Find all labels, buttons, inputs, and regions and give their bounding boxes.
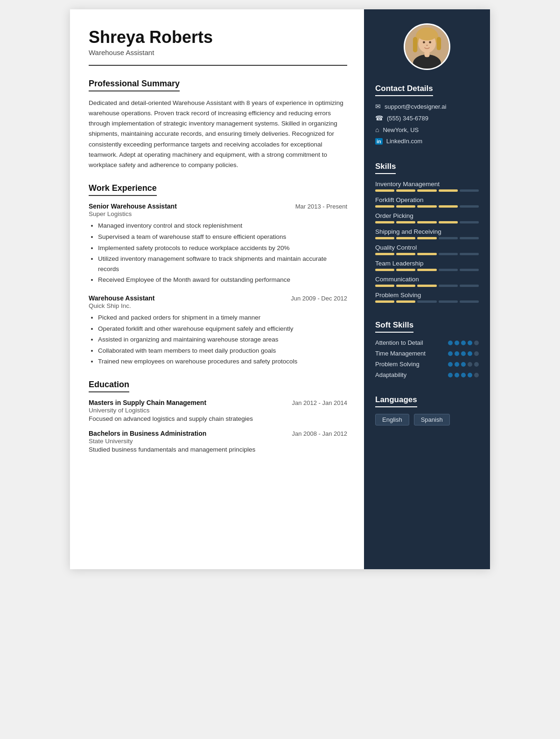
contact-linkedin: in LinkedIn.com [375,138,479,145]
skill-seg [375,189,394,192]
skill-name-8: Problem Solving [375,292,479,299]
skill-bar-2 [375,205,479,208]
edu-date-1: Jan 2012 - Jan 2014 [292,399,347,406]
bullet: Collaborated with team members to meet d… [98,346,347,356]
skill-seg [375,221,394,223]
left-column: Shreya Roberts Warehouse Assistant Profe… [70,9,364,569]
dot [455,341,459,345]
dot [468,362,472,367]
skill-seg [439,285,458,287]
skill-item-5: Quality Control [375,244,479,255]
skill-seg [439,253,458,255]
skill-bar-4 [375,237,479,239]
education-heading: Education [89,380,129,392]
bullet: Operated forklift and other warehouse eq… [98,324,347,334]
skill-bar-8 [375,300,479,303]
bullet: Assisted in organizing and maintaining w… [98,335,347,345]
soft-skill-2: Time Management [375,350,479,357]
skill-seg [460,237,479,239]
soft-skill-3: Problem Solving [375,361,479,368]
skill-seg [417,237,436,239]
skill-seg [460,221,479,223]
skill-name-7: Communication [375,276,479,283]
right-column: Contact Details ✉ support@cvdesigner.ai … [364,9,490,569]
soft-skill-4: Adaptability [375,371,479,378]
edu-item-2: Bachelors in Business Administration Jan… [89,430,347,453]
svg-point-6 [423,41,425,43]
soft-skills-section: Soft Skills Attention to Detail Time Man… [364,316,490,390]
language-tags: English Spanish [375,414,479,425]
full-name: Shreya Roberts [89,28,347,47]
skill-seg [396,253,415,255]
email-icon: ✉ [375,103,381,110]
skill-item-1: Inventory Management [375,181,479,192]
skills-heading: Skills [375,162,396,174]
soft-skill-name-3: Problem Solving [375,361,448,368]
languages-heading: Languages [375,395,417,407]
skill-item-8: Problem Solving [375,292,479,303]
dot [461,373,466,377]
skill-name-1: Inventory Management [375,181,479,188]
skill-bar-7 [375,285,479,287]
edu-school-2: State University [89,438,347,445]
work-experience-section: Work Experience Senior Warehouse Assista… [89,183,347,367]
skill-seg [439,189,458,192]
job-company-2: Quick Ship Inc. [89,302,347,309]
bullet: Supervised a team of warehouse staff to … [98,232,347,242]
skill-seg [375,205,394,208]
skill-seg [396,285,415,287]
bullet: Received Employee of the Month award for… [98,275,347,285]
skill-seg [460,253,479,255]
phone-text: (555) 345-6789 [387,115,428,122]
edu-school-1: University of Logistics [89,407,347,414]
avatar-svg [405,23,449,70]
work-heading: Work Experience [89,183,157,196]
job-bullets-1: Managed inventory control and stock repl… [89,221,347,285]
soft-skill-name-4: Adaptability [375,371,448,378]
dot [468,341,472,345]
edu-item-1: Masters in Supply Chain Management Jan 2… [89,399,347,422]
email-text: support@cvdesigner.ai [385,103,446,110]
soft-skill-name-2: Time Management [375,350,448,357]
avatar [404,23,450,70]
job-header-2: Warehouse Assistant Jun 2009 - Dec 2012 [89,294,347,302]
soft-skills-heading: Soft Skills [375,321,413,333]
svg-point-5 [417,28,436,41]
job-date-2: Jun 2009 - Dec 2012 [291,295,347,302]
skill-bar-1 [375,189,479,192]
svg-rect-2 [413,37,417,52]
language-spanish: Spanish [414,414,450,425]
skill-item-3: Order Picking [375,212,479,223]
bullet: Picked and packed orders for shipment in… [98,313,347,323]
skill-seg [375,253,394,255]
dot [448,341,453,345]
skill-seg [417,189,436,192]
edu-header-1: Masters in Supply Chain Management Jan 2… [89,399,347,406]
edu-date-2: Jan 2008 - Jan 2012 [292,430,347,437]
skill-seg [460,205,479,208]
language-english: English [375,414,409,425]
languages-section: Languages English Spanish [364,390,490,434]
job-item-2: Warehouse Assistant Jun 2009 - Dec 2012 … [89,294,347,367]
summary-text: Dedicated and detail-oriented Warehouse … [89,98,347,171]
dot [448,373,453,377]
skill-bar-5 [375,253,479,255]
edu-desc-1: Focused on advanced logistics and supply… [89,415,347,422]
skill-bar-6 [375,269,479,271]
skill-item-7: Communication [375,276,479,287]
skill-item-4: Shipping and Receiving [375,228,479,239]
bullet: Utilized inventory management software t… [98,254,347,274]
linkedin-icon: in [375,138,383,145]
skill-seg [460,285,479,287]
edu-desc-2: Studied business fundamentals and manage… [89,446,347,453]
skill-seg [417,205,436,208]
soft-skill-1: Attention to Detail [375,339,479,346]
dot [448,362,453,367]
skill-seg [396,221,415,223]
skill-seg [460,269,479,271]
skill-name-6: Team Leadership [375,260,479,267]
job-date-1: Mar 2013 - Present [295,203,347,210]
dot [474,351,479,356]
skill-item-6: Team Leadership [375,260,479,271]
job-company-1: Super Logistics [89,210,347,217]
